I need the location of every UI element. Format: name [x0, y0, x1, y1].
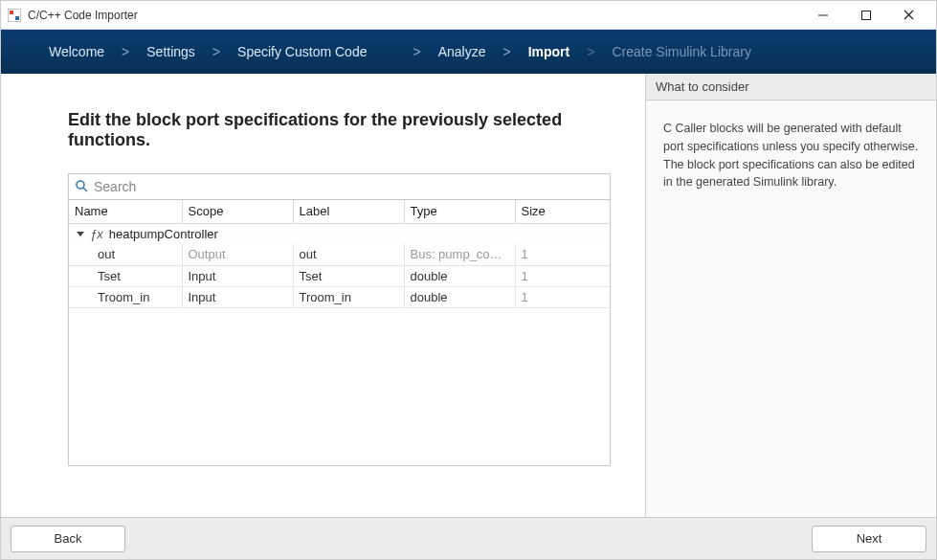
search-input[interactable]	[94, 179, 604, 194]
page-heading: Edit the block port specifications for t…	[68, 110, 611, 150]
help-panel-body: C Caller blocks will be generated with d…	[646, 101, 936, 211]
cell-name[interactable]: Tset	[69, 265, 182, 286]
cell-scope[interactable]: Input	[182, 265, 293, 286]
port-spec-table: Name Scope Label Type Size ƒx	[68, 200, 611, 466]
collapse-icon[interactable]	[77, 232, 84, 236]
svg-point-7	[77, 181, 84, 189]
breadcrumb-step-settings[interactable]: Settings	[146, 44, 195, 59]
breadcrumb-step-import[interactable]: Import	[528, 44, 570, 59]
cell-size[interactable]: 1	[515, 265, 610, 286]
cell-scope[interactable]: Output	[182, 244, 293, 265]
close-button[interactable]	[887, 2, 930, 29]
content-pane: Edit the block port specifications for t…	[1, 74, 645, 517]
main-area: Edit the block port specifications for t…	[1, 74, 936, 517]
breadcrumb-step-specify-custom-code[interactable]: Specify Custom Code	[237, 44, 367, 59]
cell-scope[interactable]: Input	[182, 286, 293, 307]
cell-size[interactable]: 1	[515, 244, 610, 265]
function-name: heatpumpController	[109, 227, 218, 241]
next-button[interactable]: Next	[812, 526, 926, 552]
wizard-breadcrumb: Welcome > Settings > Specify Custom Code…	[1, 30, 936, 74]
minimize-button[interactable]	[801, 2, 844, 29]
cell-type[interactable]: Bus: pump_control_b	[404, 244, 515, 265]
cell-label[interactable]: Troom_in	[293, 286, 404, 307]
cell-name[interactable]: out	[69, 244, 182, 265]
cell-name[interactable]: Troom_in	[69, 286, 182, 307]
column-header-type[interactable]: Type	[404, 200, 515, 223]
svg-line-8	[83, 188, 87, 191]
chevron-right-icon: >	[413, 44, 420, 59]
breadcrumb-step-create-library: Create Simulink Library	[612, 44, 751, 59]
column-header-name[interactable]: Name	[69, 200, 182, 223]
table-row[interactable]: Tset Input Tset double 1	[69, 265, 610, 286]
column-header-scope[interactable]: Scope	[182, 200, 293, 223]
chevron-right-icon: >	[122, 44, 129, 59]
table-header-row: Name Scope Label Type Size	[69, 200, 610, 223]
window-controls	[801, 2, 930, 29]
svg-rect-4	[861, 11, 870, 19]
breadcrumb-step-welcome[interactable]: Welcome	[49, 44, 104, 59]
search-bar[interactable]	[68, 173, 611, 200]
svg-rect-2	[15, 16, 19, 20]
breadcrumb-step-analyze[interactable]: Analyze	[438, 44, 486, 59]
cell-type[interactable]: double	[404, 265, 515, 286]
table-row[interactable]: Troom_in Input Troom_in double 1	[69, 286, 610, 307]
app-icon	[7, 8, 22, 23]
function-icon: ƒx	[90, 227, 103, 241]
help-panel: What to consider C Caller blocks will be…	[645, 74, 936, 517]
column-header-label[interactable]: Label	[293, 200, 404, 223]
function-row[interactable]: ƒx heatpumpController	[69, 223, 610, 244]
svg-rect-1	[10, 11, 13, 14]
window-titlebar: C/C++ Code Importer	[1, 1, 936, 30]
wizard-footer: Back Next	[1, 517, 936, 559]
maximize-button[interactable]	[844, 2, 887, 29]
chevron-right-icon: >	[502, 44, 510, 59]
column-header-size[interactable]: Size	[515, 200, 610, 223]
cell-size[interactable]: 1	[515, 286, 610, 307]
table-row[interactable]: out Output out Bus: pump_control_b 1	[69, 244, 610, 265]
chevron-right-icon: >	[212, 44, 220, 59]
cell-type[interactable]: double	[404, 286, 515, 307]
cell-label[interactable]: Tset	[293, 265, 404, 286]
cell-label[interactable]: out	[293, 244, 404, 265]
chevron-right-icon: >	[587, 44, 594, 59]
window-title: C/C++ Code Importer	[28, 9, 138, 22]
back-button[interactable]: Back	[11, 526, 125, 552]
help-panel-title: What to consider	[646, 74, 936, 101]
search-icon	[75, 179, 88, 195]
